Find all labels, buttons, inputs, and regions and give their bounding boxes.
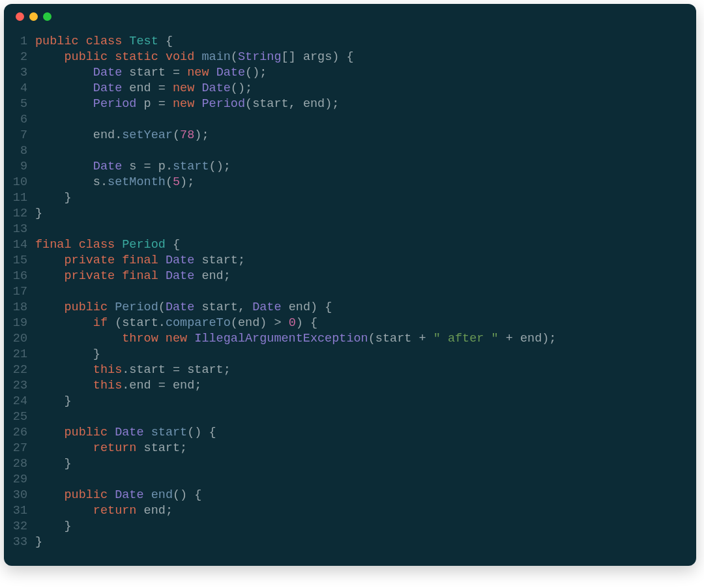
code-line[interactable]: 10 s.setMonth(5);: [4, 175, 696, 190]
editor-window: 1public class Test {2 public static void…: [4, 4, 696, 566]
line-number: 19: [4, 316, 35, 331]
code-content[interactable]: }: [35, 206, 42, 222]
code-line[interactable]: 4 Date end = new Date();: [4, 81, 696, 96]
titlebar: [4, 4, 696, 29]
code-content[interactable]: Date s = p.start();: [35, 159, 231, 175]
code-content[interactable]: }: [35, 347, 100, 362]
line-number: 8: [4, 143, 35, 159]
code-editor[interactable]: 1public class Test {2 public static void…: [4, 29, 696, 550]
code-content[interactable]: s.setMonth(5);: [35, 175, 194, 190]
line-number: 5: [4, 96, 35, 112]
line-number: 7: [4, 128, 35, 143]
line-number: 13: [4, 222, 35, 237]
code-line[interactable]: 30 public Date end() {: [4, 488, 696, 503]
code-line[interactable]: 6: [4, 112, 696, 128]
code-line[interactable]: 12}: [4, 206, 696, 222]
code-content[interactable]: return start;: [35, 441, 187, 456]
code-content[interactable]: this.end = end;: [35, 378, 201, 394]
line-number: 27: [4, 441, 35, 456]
code-line[interactable]: 2 public static void main(String[] args)…: [4, 50, 696, 65]
line-number: 18: [4, 300, 35, 316]
code-line[interactable]: 11 }: [4, 190, 696, 206]
line-number: 14: [4, 237, 35, 253]
code-content[interactable]: }: [35, 394, 72, 409]
code-content[interactable]: public class Test {: [35, 34, 173, 50]
code-content[interactable]: public Date start() {: [35, 425, 216, 441]
line-number: 32: [4, 519, 35, 535]
line-number: 11: [4, 190, 35, 206]
line-number: 26: [4, 425, 35, 441]
code-content[interactable]: Date end = new Date();: [35, 81, 252, 96]
line-number: 28: [4, 456, 35, 472]
code-content[interactable]: Date start = new Date();: [35, 65, 267, 81]
line-number: 31: [4, 503, 35, 519]
code-line[interactable]: 29: [4, 472, 696, 488]
code-content[interactable]: private final Date end;: [35, 269, 231, 284]
line-number: 25: [4, 409, 35, 425]
code-line[interactable]: 13: [4, 222, 696, 237]
code-line[interactable]: 27 return start;: [4, 441, 696, 456]
line-number: 4: [4, 81, 35, 96]
code-line[interactable]: 24 }: [4, 394, 696, 409]
line-number: 22: [4, 362, 35, 378]
line-number: 3: [4, 65, 35, 81]
code-line[interactable]: 18 public Period(Date start, Date end) {: [4, 300, 696, 316]
code-content[interactable]: end.setYear(78);: [35, 128, 209, 143]
line-number: 15: [4, 253, 35, 269]
code-line[interactable]: 15 private final Date start;: [4, 253, 696, 269]
code-content[interactable]: public Period(Date start, Date end) {: [35, 300, 332, 316]
code-line[interactable]: 5 Period p = new Period(start, end);: [4, 96, 696, 112]
code-line[interactable]: 26 public Date start() {: [4, 425, 696, 441]
code-content[interactable]: Period p = new Period(start, end);: [35, 96, 339, 112]
line-number: 16: [4, 269, 35, 284]
code-content[interactable]: throw new IllegalArgumentException(start…: [35, 331, 556, 347]
code-line[interactable]: 8: [4, 143, 696, 159]
code-line[interactable]: 3 Date start = new Date();: [4, 65, 696, 81]
code-line[interactable]: 32 }: [4, 519, 696, 535]
line-number: 33: [4, 535, 35, 550]
line-number: 9: [4, 159, 35, 175]
code-line[interactable]: 28 }: [4, 456, 696, 472]
code-line[interactable]: 22 this.start = start;: [4, 362, 696, 378]
line-number: 10: [4, 175, 35, 190]
code-line[interactable]: 31 return end;: [4, 503, 696, 519]
code-line[interactable]: 14final class Period {: [4, 237, 696, 253]
code-content[interactable]: }: [35, 535, 42, 550]
code-content[interactable]: public static void main(String[] args) {: [35, 50, 354, 65]
code-line[interactable]: 20 throw new IllegalArgumentException(st…: [4, 331, 696, 347]
code-content[interactable]: }: [35, 519, 72, 535]
code-content[interactable]: }: [35, 456, 72, 472]
zoom-dot-icon[interactable]: [43, 12, 51, 21]
line-number: 21: [4, 347, 35, 362]
code-line[interactable]: 7 end.setYear(78);: [4, 128, 696, 143]
code-content[interactable]: if (start.compareTo(end) > 0) {: [35, 316, 317, 331]
line-number: 17: [4, 284, 35, 300]
code-line[interactable]: 1public class Test {: [4, 34, 696, 50]
line-number: 24: [4, 394, 35, 409]
code-content[interactable]: private final Date start;: [35, 253, 245, 269]
line-number: 6: [4, 112, 35, 128]
line-number: 29: [4, 472, 35, 488]
line-number: 12: [4, 206, 35, 222]
code-line[interactable]: 19 if (start.compareTo(end) > 0) {: [4, 316, 696, 331]
code-content[interactable]: }: [35, 190, 72, 206]
line-number: 20: [4, 331, 35, 347]
line-number: 2: [4, 50, 35, 65]
line-number: 30: [4, 488, 35, 503]
code-content[interactable]: public Date end() {: [35, 488, 201, 503]
minimize-dot-icon[interactable]: [29, 12, 38, 21]
code-line[interactable]: 23 this.end = end;: [4, 378, 696, 394]
code-line[interactable]: 21 }: [4, 347, 696, 362]
line-number: 1: [4, 34, 35, 50]
code-content[interactable]: final class Period {: [35, 237, 180, 253]
code-line[interactable]: 9 Date s = p.start();: [4, 159, 696, 175]
code-content[interactable]: return end;: [35, 503, 173, 519]
code-line[interactable]: 25: [4, 409, 696, 425]
code-line[interactable]: 33}: [4, 535, 696, 550]
code-content[interactable]: this.start = start;: [35, 362, 231, 378]
code-line[interactable]: 16 private final Date end;: [4, 269, 696, 284]
code-line[interactable]: 17: [4, 284, 696, 300]
close-dot-icon[interactable]: [16, 12, 24, 21]
line-number: 23: [4, 378, 35, 394]
